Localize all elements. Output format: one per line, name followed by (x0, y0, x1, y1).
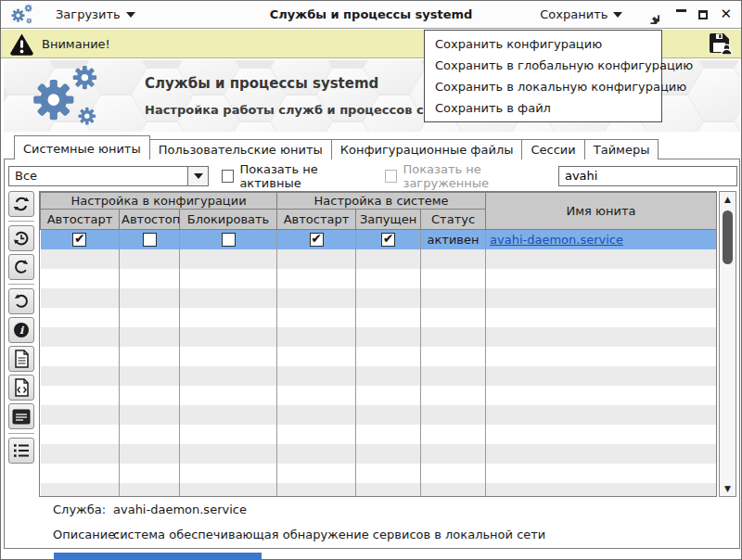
search-input[interactable] (558, 166, 737, 186)
info-icon: i (14, 323, 29, 337)
group-header-system: Настройка в системе (277, 193, 486, 210)
toolbar-separator (8, 221, 34, 222)
chevron-down-icon (613, 12, 622, 18)
tab-timers[interactable]: Таймеры (584, 139, 659, 159)
maximize-icon[interactable] (698, 10, 708, 19)
column-header-autostart-conf: Автостарт (41, 210, 120, 230)
redo-arrow-icon (12, 258, 31, 276)
tab-user-units[interactable]: Пользовательские юниты (149, 139, 332, 159)
close-icon[interactable]: ✕ (720, 7, 732, 21)
log-file-button[interactable] (8, 346, 34, 372)
checkbox-label: Показать не активные (239, 162, 372, 190)
warning-triangle-icon (9, 32, 34, 56)
empty-row[interactable] (41, 483, 717, 498)
tab-bar: Системные юниты Пользовательские юниты К… (4, 135, 658, 159)
units-table: Настройка в конфигурации Настройка в сис… (39, 191, 717, 497)
unit-name-link[interactable]: avahi-daemon.service (490, 233, 623, 247)
menu-item-save-global-config[interactable]: Сохранить в глобальную конфигурацию (425, 55, 661, 76)
autostart-sys-checkbox[interactable] (310, 233, 324, 247)
toolbar-separator (8, 433, 34, 434)
service-label: Служба: (53, 503, 106, 516)
tab-config-files[interactable]: Конфигурационные файлы (331, 139, 523, 159)
empty-row[interactable] (41, 308, 717, 327)
gears-logo-icon (30, 61, 106, 132)
show-inactive-checkbox[interactable]: Показать не активные (222, 162, 372, 190)
document-icon (14, 350, 30, 368)
menu-item-save-config[interactable]: Сохранить конфигурацию (425, 33, 661, 55)
undo-arrow-icon (12, 292, 31, 311)
empty-row[interactable] (41, 288, 717, 308)
redo-button[interactable] (8, 254, 34, 280)
column-header-running: Запущен (356, 210, 421, 230)
progress-bar (54, 553, 262, 559)
show-unloaded-checkbox: Показать не загруженные (385, 162, 558, 190)
minimize-icon[interactable] (676, 9, 686, 12)
column-header-unit-name: Имя юнита (486, 193, 717, 230)
history-clock-icon (12, 229, 31, 248)
scroll-down-arrow-icon[interactable]: ▼ (720, 481, 736, 496)
code-file-icon (14, 378, 30, 397)
empty-row[interactable] (41, 386, 717, 405)
combobox-arrow-button[interactable] (187, 167, 208, 185)
scrollbar-thumb[interactable] (723, 210, 733, 264)
unit-list-button[interactable] (8, 438, 34, 464)
checkbox-label: Показать не загруженные (403, 162, 557, 190)
save-menu-button[interactable]: Сохранить (534, 5, 628, 24)
bullet-list-icon (12, 442, 31, 459)
load-menu-button[interactable]: Загрузить (50, 5, 141, 24)
chevron-down-icon (126, 12, 135, 18)
autostop-checkbox[interactable] (143, 233, 157, 247)
empty-row[interactable] (41, 327, 717, 347)
empty-row[interactable] (41, 444, 717, 464)
menu-item-save-to-file[interactable]: Сохранить в файл (425, 97, 661, 119)
description-value: система обеспечивающая обнаружение серви… (113, 528, 545, 541)
table-header: Настройка в конфигурации Настройка в сис… (41, 193, 717, 230)
group-header-config: Настройка в конфигурации (41, 193, 277, 210)
settings-gear-icon[interactable] (641, 6, 659, 24)
empty-row[interactable] (41, 366, 717, 386)
history-restore-button[interactable] (8, 225, 34, 251)
empty-row[interactable] (41, 347, 717, 366)
load-menu-label: Загрузить (56, 7, 121, 21)
tab-system-units[interactable]: Системные юниты (14, 135, 150, 159)
unit-row-avahi[interactable]: активен avahi-daemon.service (41, 230, 717, 249)
refresh-icon (12, 195, 31, 213)
empty-row[interactable] (41, 425, 717, 444)
app-window: Службы и процессы systemd Загрузить Сохр… (0, 0, 742, 560)
window-controls: ✕ (676, 7, 732, 21)
config-file-button[interactable] (8, 375, 34, 401)
console-output-button[interactable] (8, 403, 34, 429)
warning-text: Внимание! (42, 37, 110, 51)
refresh-button[interactable] (8, 191, 34, 217)
running-checkbox[interactable] (381, 233, 395, 247)
save-dropdown-menu: Сохранить конфигурацию Сохранить в глоба… (424, 30, 662, 122)
filter-bar: Все Показать не активные Показать не заг… (8, 165, 737, 186)
empty-row[interactable] (41, 405, 717, 425)
column-header-block: Блокировать (180, 210, 277, 230)
empty-row[interactable] (41, 464, 717, 483)
unit-table-body: активен avahi-daemon.service (41, 230, 717, 498)
empty-row[interactable] (41, 269, 717, 288)
column-header-autostart-sys: Автостарт (277, 210, 356, 230)
unit-type-combobox[interactable]: Все (8, 166, 209, 186)
description-label: Описание: (53, 528, 120, 541)
block-checkbox[interactable] (222, 233, 236, 247)
menu-item-save-local-config[interactable]: Сохранить в локальную конфигурацию (425, 76, 661, 97)
autostart-conf-checkbox[interactable] (72, 233, 86, 247)
scroll-up-arrow-icon[interactable]: ▲ (720, 192, 736, 207)
save-as-user-icon[interactable] (709, 32, 733, 55)
undo-button[interactable] (8, 288, 34, 314)
info-button[interactable]: i (8, 317, 34, 343)
column-header-autostop: Автостоп (120, 210, 180, 230)
checkbox-box (222, 170, 234, 183)
service-value: avahi-daemon.service (113, 503, 247, 516)
title-bar: Службы и процессы systemd Загрузить Сохр… (1, 1, 741, 29)
combobox-value: Все (9, 169, 187, 183)
tab-sessions[interactable]: Сессии (521, 139, 584, 159)
console-icon (12, 409, 31, 425)
empty-row[interactable] (41, 249, 717, 269)
system-units-pane: Все Показать не активные Показать не заг… (4, 159, 740, 549)
column-header-status: Статус (421, 210, 486, 230)
actions-toolbar: i (7, 191, 35, 464)
table-scrollbar[interactable]: ▲ ▼ (719, 191, 736, 497)
